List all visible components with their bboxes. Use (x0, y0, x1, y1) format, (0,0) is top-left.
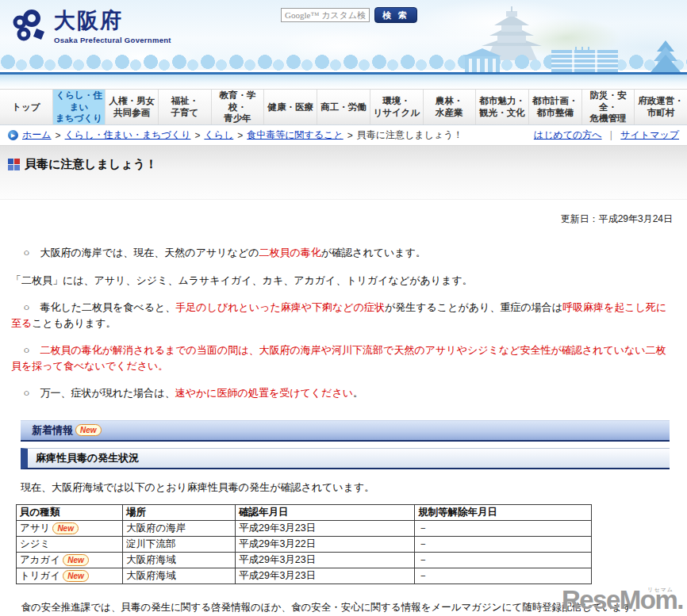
utility-divider: ｜ (607, 128, 616, 142)
breadcrumb-separator: > (347, 130, 353, 141)
notice-paragraph-4: ○ 二枚貝の毒化が解消されるまでの当面の間は、大阪府の海岸や河川下流部で天然のア… (11, 342, 676, 373)
nav-label: 都市魅力・ 観光・文化 (479, 95, 525, 119)
breadcrumb-link-kurashi[interactable]: くらし (204, 128, 233, 142)
nav-label: くらし・住まい まちづくり (53, 90, 106, 125)
table-header-cell: 確認年月日 (236, 504, 415, 520)
museum-building-icon (460, 48, 505, 72)
table-row: アカガイNew 大阪府海域 平成29年3月23日 － (17, 552, 592, 568)
osaka-pref-logo[interactable]: 大阪府 Osaka Prefectural Government (13, 10, 171, 44)
table-cell-lifted: － (415, 520, 592, 536)
new-badge-icon: New (63, 554, 89, 566)
species-name: トリガイ (20, 570, 60, 581)
table-cell-species: アサリNew (17, 520, 123, 536)
text-segment-red: 二枚貝の毒化が解消されるまでの当面の間は、大阪府の海岸や河川下流部で天然のアサリ… (11, 344, 666, 372)
main-content: 更新日：平成29年3月24日 ○ 大阪府の海岸では、現在、天然のアサリなどの二枚… (0, 212, 687, 616)
table-cell-date: 平成29年3月22日 (236, 536, 415, 552)
new-badge-icon: New (52, 522, 79, 534)
table-header-cell: 規制等解除年月日 (415, 504, 592, 520)
nav-item-toshi-keikaku[interactable]: 都市計画・ 都市整備 (528, 90, 581, 124)
species-name: アカガイ (20, 554, 60, 565)
sitemap-link[interactable]: サイトマップ (620, 128, 679, 142)
section-header-status: 麻痺性貝毒の発生状況 (21, 448, 670, 469)
breadcrumb-link-kurashi-sumai[interactable]: くらし・住まい・まちづくり (65, 128, 191, 142)
nav-label: 防災・安全・ 危機管理 (582, 90, 635, 125)
new-badge-icon: New (63, 570, 89, 582)
global-navigation: トップ くらし・住まい まちづくり 人権・男女 共同参画 福祉・ 子育て 教育・… (0, 89, 687, 125)
nav-label: 教育・学校・ 青少年 (212, 90, 264, 125)
text-segment-red: 手足のしびれといった麻痺や下痢などの症状 (175, 301, 385, 313)
table-cell-species: トリガイNew (17, 568, 123, 583)
table-cell-species: アカガイNew (17, 552, 123, 568)
nav-label: 健康・医療 (268, 101, 314, 113)
table-cell-lifted: － (415, 552, 592, 568)
table-header-row: 貝の種類 場所 確認年月日 規制等解除年月日 (17, 504, 592, 520)
header-reflection (0, 75, 687, 89)
nav-label: 環境・ リサイクル (373, 95, 420, 119)
resemom-watermark: リセマム ReseMom. (562, 585, 683, 615)
table-cell-place: 大阪府海域 (123, 552, 236, 568)
table-header-cell: 場所 (123, 504, 236, 520)
nav-item-kenko-iryo[interactable]: 健康・医療 (263, 90, 317, 124)
nav-label: 人権・男女 共同参画 (109, 95, 155, 119)
table-row: トリガイNew 大阪府海域 平成29年3月23日 － (17, 568, 592, 583)
table-row: シジミNew 淀川下流部 平成29年3月22日 － (17, 536, 592, 552)
first-time-link[interactable]: はじめての方へ (534, 128, 602, 142)
nav-item-kankyo-recycle[interactable]: 環境・ リサイクル (370, 90, 423, 124)
text-segment: が発生することがあり、重症の場合は (385, 301, 562, 313)
logo-subtitle: Osaka Prefectural Government (54, 36, 171, 44)
table-row: アサリNew 大阪府の海岸 平成29年3月23日 － (17, 520, 592, 536)
news-header-label: 新着情報 (32, 423, 73, 438)
section-header-news: 新着情報 New (21, 420, 670, 442)
breadcrumb-separator: > (237, 130, 243, 141)
nav-label: 商工・労働 (320, 101, 367, 113)
nav-item-fukushi-kosodate[interactable]: 福祉・ 子育て (158, 90, 211, 124)
breadcrumb-separator: > (194, 130, 200, 141)
page-title: 貝毒に注意しましょう！ (25, 157, 157, 172)
text-segment: 食の安全推進課では、貝毒の発生に関する啓発情報のほか、食の安全・安心に関する情報… (11, 602, 643, 613)
notice-paragraph-3: ○ 毒化した二枚貝を食べると、手足のしびれといった麻痺や下痢などの症状が発生する… (11, 300, 676, 331)
page-title-band: 貝毒に注意しましょう！ (0, 146, 687, 200)
species-name: アサリ (20, 522, 50, 534)
breadcrumb-link-shokuchudoku[interactable]: 食中毒等に関すること (247, 128, 343, 142)
updated-date: 更新日：平成29年3月24日 (10, 212, 673, 226)
table-cell-species: シジミNew (17, 536, 123, 552)
nav-label: 農林・ 水産業 (436, 95, 463, 119)
nav-item-toshi-miryoku[interactable]: 都市魅力・ 観光・文化 (475, 90, 528, 124)
nav-item-jinken-danjo[interactable]: 人権・男女 共同参画 (105, 90, 158, 124)
status-header-label: 麻痺性貝毒の発生状況 (36, 451, 139, 465)
search-button[interactable]: 検 索 (374, 7, 417, 23)
text-segment: ○ (24, 344, 40, 356)
text-segment: こともあります。 (32, 317, 116, 329)
notice-paragraph-5: ○ 万一、症状が現れた場合は、速やかに医師の処置を受けてください。 (11, 385, 676, 401)
utility-links: はじめての方へ ｜ サイトマップ (534, 128, 679, 142)
table-header-cell: 貝の種類 (17, 504, 123, 520)
nav-label: トップ (12, 101, 40, 113)
text-segment: ○ 大阪府の海岸では、現在、天然のアサリなどの (24, 247, 259, 258)
nav-item-norin-suisan[interactable]: 農林・ 水産業 (423, 90, 476, 124)
table-cell-date: 平成29年3月23日 (236, 568, 415, 583)
nav-label: 福祉・ 子育て (171, 95, 199, 119)
new-badge-icon: New (75, 424, 102, 436)
table-cell-place: 淀川下流部 (123, 536, 236, 552)
breadcrumb-current: 貝毒に注意しましょう！ (357, 128, 463, 142)
osaka-pref-logo-mark-icon (13, 10, 49, 44)
species-name: シジミ (20, 538, 50, 549)
nav-item-kyoiku-gakko[interactable]: 教育・学校・ 青少年 (211, 90, 264, 124)
notice-paragraph-1: ○ 大阪府の海岸では、現在、天然のアサリなどの二枚貝の毒化が確認されています。 (11, 245, 676, 261)
search-area: 検 索 (281, 7, 417, 23)
nav-item-top[interactable]: トップ (0, 90, 52, 124)
text-segment-red: 二枚貝の毒化 (259, 247, 321, 258)
text-segment: が確認されています。 (321, 247, 426, 258)
nav-item-fusei-unei[interactable]: 府政運営・ 市町村 (634, 90, 687, 124)
text-segment: ○ 万一、症状が現れた場合は、 (24, 387, 175, 399)
breadcrumb-arrow-icon: ▶ (8, 130, 18, 140)
nav-item-kurashi-sumai[interactable]: くらし・住まい まちづくり (52, 90, 106, 124)
notice-paragraph-2: 「二枚貝」には、アサリ、シジミ、ムラサキイガイ、カキ、アカガイ、トリガイなどがあ… (11, 273, 676, 289)
nav-item-shoko-rodo[interactable]: 商工・労働 (317, 90, 370, 124)
breadcrumb: ▶ ホーム > くらし・住まい・まちづくり > くらし > 食中毒等に関すること… (0, 125, 687, 146)
nav-item-bosai-anzen[interactable]: 防災・安全・ 危機管理 (581, 90, 635, 124)
search-input[interactable] (281, 8, 370, 22)
breadcrumb-link-home[interactable]: ホーム (22, 128, 52, 142)
text-segment: ○ 毒化した二枚貝を食べると、 (24, 301, 176, 313)
status-intro-text: 現在、大阪府海域では以下のとおり麻痺性貝毒の発生が確認されています。 (21, 480, 677, 495)
